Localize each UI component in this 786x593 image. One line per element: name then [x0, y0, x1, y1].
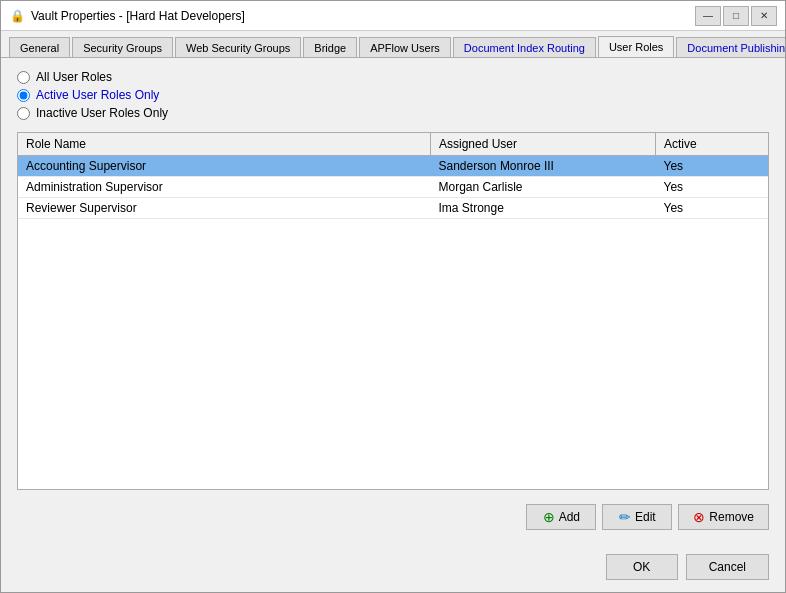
main-window: 🔒 Vault Properties - [Hard Hat Developer…	[0, 0, 786, 593]
remove-icon: ⊗	[693, 509, 705, 525]
cell-role: Administration Supervisor	[18, 177, 431, 198]
ok-button[interactable]: OK	[606, 554, 678, 580]
tab-user-roles[interactable]: User Roles	[598, 36, 674, 58]
tab-bar: General Security Groups Web Security Gro…	[1, 31, 785, 58]
col-header-active: Active	[656, 133, 769, 156]
cell-user: Ima Stronge	[431, 198, 656, 219]
maximize-button[interactable]: □	[723, 6, 749, 26]
cell-role: Accounting Supervisor	[18, 156, 431, 177]
roles-table-container: Role Name Assigned User Active Accountin…	[17, 132, 769, 490]
roles-table: Role Name Assigned User Active Accountin…	[18, 133, 768, 219]
filter-active-label: Active User Roles Only	[36, 88, 159, 102]
edit-icon: ✏	[619, 509, 631, 525]
edit-button[interactable]: ✏ Edit	[602, 504, 672, 530]
minimize-button[interactable]: —	[695, 6, 721, 26]
table-row[interactable]: Reviewer Supervisor Ima Stronge Yes	[18, 198, 768, 219]
filter-active-radio[interactable]	[17, 89, 30, 102]
tab-security-groups[interactable]: Security Groups	[72, 37, 173, 58]
app-icon: 🔒	[9, 8, 25, 24]
footer-buttons: OK Cancel	[1, 546, 785, 592]
main-content: All User Roles Active User Roles Only In…	[1, 58, 785, 546]
tab-document-publishing[interactable]: Document Publishing	[676, 37, 785, 58]
filter-all[interactable]: All User Roles	[17, 70, 769, 84]
window-title: Vault Properties - [Hard Hat Developers]	[31, 9, 695, 23]
add-button[interactable]: ⊕ Add	[526, 504, 596, 530]
tab-document-index-routing[interactable]: Document Index Routing	[453, 37, 596, 58]
close-button[interactable]: ✕	[751, 6, 777, 26]
tab-bridge[interactable]: Bridge	[303, 37, 357, 58]
cell-user: Sanderson Monroe III	[431, 156, 656, 177]
cell-role: Reviewer Supervisor	[18, 198, 431, 219]
cell-user: Morgan Carlisle	[431, 177, 656, 198]
cancel-button[interactable]: Cancel	[686, 554, 769, 580]
tab-apflow-users[interactable]: APFlow Users	[359, 37, 451, 58]
table-row[interactable]: Accounting Supervisor Sanderson Monroe I…	[18, 156, 768, 177]
filter-all-label: All User Roles	[36, 70, 112, 84]
add-label: Add	[559, 510, 580, 524]
filter-active[interactable]: Active User Roles Only	[17, 88, 769, 102]
filter-inactive-radio[interactable]	[17, 107, 30, 120]
edit-label: Edit	[635, 510, 656, 524]
table-row[interactable]: Administration Supervisor Morgan Carlisl…	[18, 177, 768, 198]
col-header-user: Assigned User	[431, 133, 656, 156]
col-header-role: Role Name	[18, 133, 431, 156]
cell-active: Yes	[656, 177, 769, 198]
tab-web-security-groups[interactable]: Web Security Groups	[175, 37, 301, 58]
cell-active: Yes	[656, 198, 769, 219]
window-controls: — □ ✕	[695, 6, 777, 26]
remove-button[interactable]: ⊗ Remove	[678, 504, 769, 530]
filter-inactive[interactable]: Inactive User Roles Only	[17, 106, 769, 120]
action-buttons: ⊕ Add ✏ Edit ⊗ Remove	[17, 496, 769, 534]
filter-inactive-label: Inactive User Roles Only	[36, 106, 168, 120]
add-icon: ⊕	[543, 509, 555, 525]
filter-all-radio[interactable]	[17, 71, 30, 84]
tab-general[interactable]: General	[9, 37, 70, 58]
title-bar: 🔒 Vault Properties - [Hard Hat Developer…	[1, 1, 785, 31]
filter-radio-group: All User Roles Active User Roles Only In…	[17, 70, 769, 120]
remove-label: Remove	[709, 510, 754, 524]
cell-active: Yes	[656, 156, 769, 177]
